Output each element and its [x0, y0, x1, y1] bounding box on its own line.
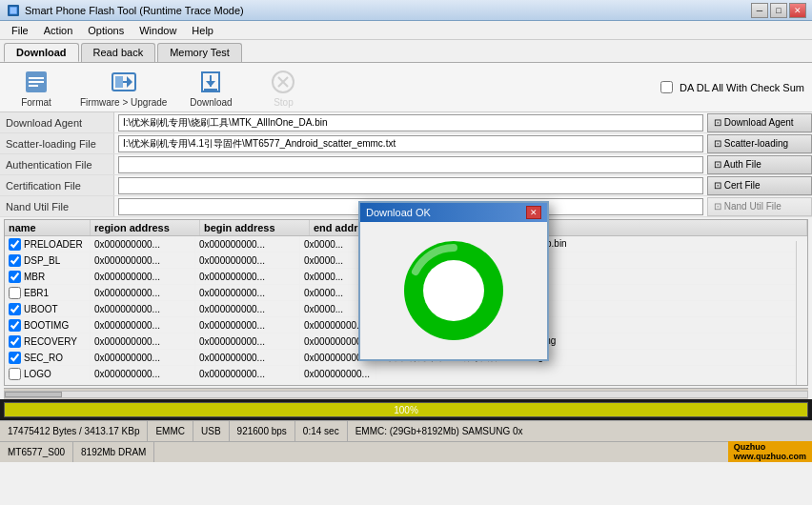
- download-ok-dialog: Download OK ✕: [358, 201, 549, 361]
- dialog-body: [360, 222, 547, 359]
- dialog-title-bar: Download OK ✕: [360, 203, 547, 222]
- success-ring-svg: [396, 233, 511, 348]
- dialog-overlay: Download OK ✕: [0, 0, 812, 505]
- svg-point-19: [423, 260, 484, 321]
- dialog-close-button[interactable]: ✕: [526, 206, 541, 219]
- dialog-title-text: Download OK: [366, 207, 431, 218]
- success-ring: [396, 233, 511, 348]
